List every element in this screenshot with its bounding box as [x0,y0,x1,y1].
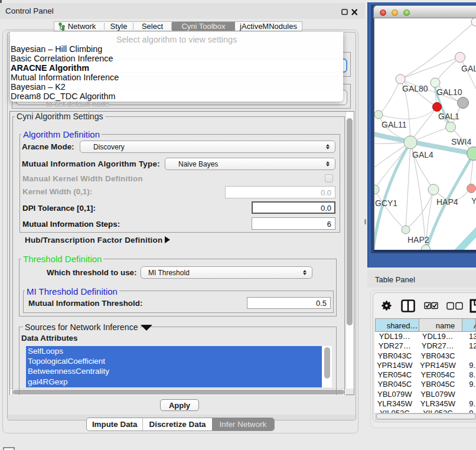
svg-text:HAP2: HAP2 [407,235,429,244]
svg-text:HAP4: HAP4 [436,197,458,207]
svg-text:GAL1: GAL1 [438,112,459,121]
svg-text:GAL11: GAL11 [382,120,407,129]
svg-text:SWI4: SWI4 [451,137,471,146]
svg-text:Y: Y [471,196,476,206]
svg-text:GAL: GAL [461,64,476,73]
svg-text:GCY1: GCY1 [375,198,397,208]
svg-text:GAL10: GAL10 [436,87,462,97]
svg-text:GAL4: GAL4 [412,150,433,159]
svg-text:GAL80: GAL80 [402,84,428,93]
